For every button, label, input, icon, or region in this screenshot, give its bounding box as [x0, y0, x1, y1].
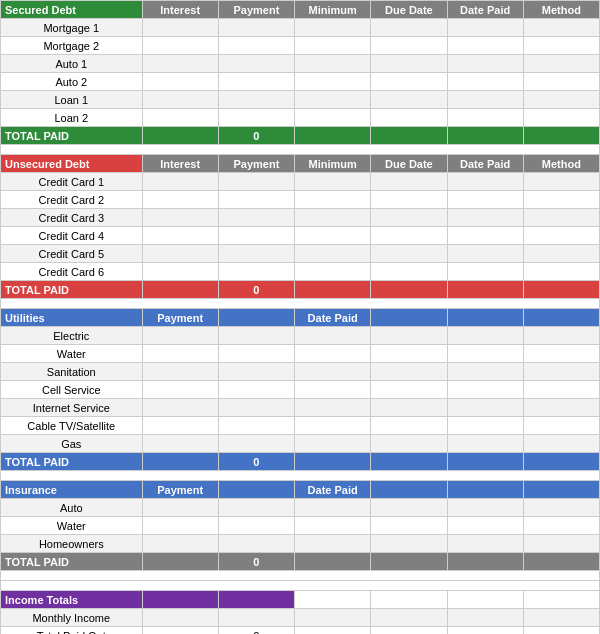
mortgage1-duedate[interactable]: [371, 19, 447, 37]
cable-empty[interactable]: [218, 417, 294, 435]
mortgage1-method[interactable]: [523, 19, 599, 37]
ins-water-empty2[interactable]: [371, 517, 447, 535]
cc1-interest[interactable]: [142, 173, 218, 191]
internet-empty3[interactable]: [447, 399, 523, 417]
loan2-payment[interactable]: [218, 109, 294, 127]
homeowners-payment[interactable]: [142, 535, 218, 553]
cc5-datepaid[interactable]: [447, 245, 523, 263]
mortgage1-interest[interactable]: [142, 19, 218, 37]
cc5-minimum[interactable]: [295, 245, 371, 263]
water-datepaid[interactable]: [295, 345, 371, 363]
cc3-datepaid[interactable]: [447, 209, 523, 227]
ins-auto-datepaid[interactable]: [295, 499, 371, 517]
total-paid-out-empty4[interactable]: [447, 627, 523, 635]
cellservice-empty3[interactable]: [447, 381, 523, 399]
water-empty4[interactable]: [523, 345, 599, 363]
ins-auto-payment[interactable]: [142, 499, 218, 517]
internet-payment[interactable]: [142, 399, 218, 417]
internet-datepaid[interactable]: [295, 399, 371, 417]
loan1-payment[interactable]: [218, 91, 294, 109]
auto1-method[interactable]: [523, 55, 599, 73]
cc4-datepaid[interactable]: [447, 227, 523, 245]
loan1-minimum[interactable]: [295, 91, 371, 109]
sanitation-empty3[interactable]: [447, 363, 523, 381]
ins-auto-empty3[interactable]: [447, 499, 523, 517]
cc1-payment[interactable]: [218, 173, 294, 191]
mortgage2-method[interactable]: [523, 37, 599, 55]
cc6-datepaid[interactable]: [447, 263, 523, 281]
cable-empty2[interactable]: [371, 417, 447, 435]
cellservice-empty2[interactable]: [371, 381, 447, 399]
cc2-interest[interactable]: [142, 191, 218, 209]
monthly-income-value[interactable]: [142, 609, 218, 627]
auto1-duedate[interactable]: [371, 55, 447, 73]
cc2-method[interactable]: [523, 191, 599, 209]
ins-water-empty4[interactable]: [523, 517, 599, 535]
mortgage2-interest[interactable]: [142, 37, 218, 55]
auto2-payment[interactable]: [218, 73, 294, 91]
cable-payment[interactable]: [142, 417, 218, 435]
cc2-payment[interactable]: [218, 191, 294, 209]
loan1-method[interactable]: [523, 91, 599, 109]
loan1-datepaid[interactable]: [447, 91, 523, 109]
electric-datepaid[interactable]: [295, 327, 371, 345]
loan1-interest[interactable]: [142, 91, 218, 109]
gas-empty3[interactable]: [447, 435, 523, 453]
cable-datepaid[interactable]: [295, 417, 371, 435]
electric-empty3[interactable]: [447, 327, 523, 345]
ins-auto-empty4[interactable]: [523, 499, 599, 517]
electric-empty2[interactable]: [371, 327, 447, 345]
total-paid-out-empty5[interactable]: [523, 627, 599, 635]
homeowners-empty4[interactable]: [523, 535, 599, 553]
cc3-minimum[interactable]: [295, 209, 371, 227]
total-paid-out-empty[interactable]: [142, 627, 218, 635]
auto1-interest[interactable]: [142, 55, 218, 73]
gas-datepaid[interactable]: [295, 435, 371, 453]
loan2-interest[interactable]: [142, 109, 218, 127]
ins-water-payment[interactable]: [142, 517, 218, 535]
auto2-interest[interactable]: [142, 73, 218, 91]
electric-empty4[interactable]: [523, 327, 599, 345]
ins-auto-empty2[interactable]: [371, 499, 447, 517]
cc6-payment[interactable]: [218, 263, 294, 281]
monthly-income-empty[interactable]: [218, 609, 294, 627]
cc6-interest[interactable]: [142, 263, 218, 281]
mortgage1-minimum[interactable]: [295, 19, 371, 37]
monthly-income-empty2[interactable]: [295, 609, 371, 627]
gas-empty2[interactable]: [371, 435, 447, 453]
homeowners-empty2[interactable]: [371, 535, 447, 553]
monthly-income-empty5[interactable]: [523, 609, 599, 627]
mortgage1-payment[interactable]: [218, 19, 294, 37]
cc6-minimum[interactable]: [295, 263, 371, 281]
cc2-datepaid[interactable]: [447, 191, 523, 209]
cc3-duedate[interactable]: [371, 209, 447, 227]
cc4-interest[interactable]: [142, 227, 218, 245]
cc3-payment[interactable]: [218, 209, 294, 227]
cellservice-datepaid[interactable]: [295, 381, 371, 399]
cc1-minimum[interactable]: [295, 173, 371, 191]
electric-payment[interactable]: [142, 327, 218, 345]
gas-empty4[interactable]: [523, 435, 599, 453]
cc1-duedate[interactable]: [371, 173, 447, 191]
mortgage2-minimum[interactable]: [295, 37, 371, 55]
cellservice-empty[interactable]: [218, 381, 294, 399]
sanitation-empty[interactable]: [218, 363, 294, 381]
ins-auto-empty[interactable]: [218, 499, 294, 517]
water-payment[interactable]: [142, 345, 218, 363]
cc5-payment[interactable]: [218, 245, 294, 263]
cc5-method[interactable]: [523, 245, 599, 263]
auto2-datepaid[interactable]: [447, 73, 523, 91]
loan2-duedate[interactable]: [371, 109, 447, 127]
water-empty2[interactable]: [371, 345, 447, 363]
loan2-method[interactable]: [523, 109, 599, 127]
cc4-method[interactable]: [523, 227, 599, 245]
cc2-duedate[interactable]: [371, 191, 447, 209]
water-empty3[interactable]: [447, 345, 523, 363]
cc5-duedate[interactable]: [371, 245, 447, 263]
cable-empty3[interactable]: [447, 417, 523, 435]
ins-water-empty[interactable]: [218, 517, 294, 535]
cable-empty4[interactable]: [523, 417, 599, 435]
total-paid-out-empty2[interactable]: [295, 627, 371, 635]
cc4-minimum[interactable]: [295, 227, 371, 245]
sanitation-datepaid[interactable]: [295, 363, 371, 381]
